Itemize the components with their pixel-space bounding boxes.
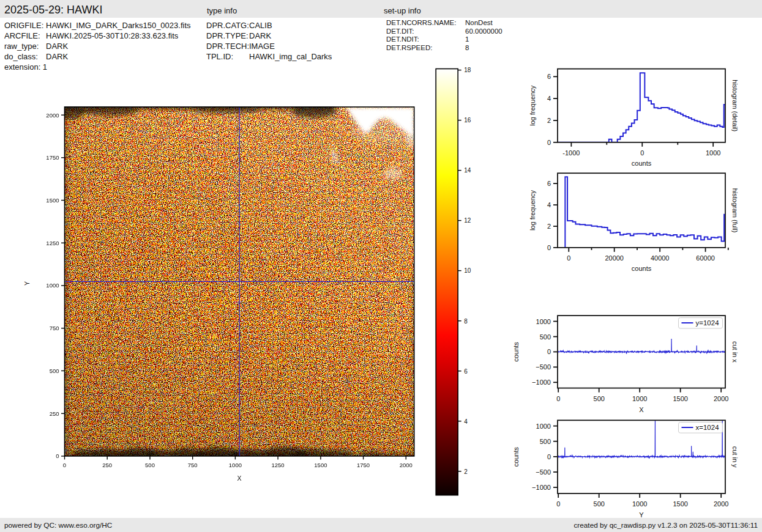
svg-text:log frequency: log frequency (529, 85, 536, 126)
svg-text:6: 6 (547, 73, 551, 80)
svg-text:750: 750 (188, 462, 198, 468)
svg-text:-1000: -1000 (562, 149, 580, 157)
svg-text:1750: 1750 (357, 462, 370, 468)
svg-text:counts: counts (632, 265, 652, 272)
svg-text:1000: 1000 (632, 500, 647, 508)
svg-text:6: 6 (547, 180, 551, 187)
svg-text:10: 10 (464, 267, 471, 274)
svg-text:y=1024: y=1024 (696, 319, 720, 327)
svg-text:1500: 1500 (673, 395, 687, 402)
svg-text:0: 0 (640, 149, 644, 157)
svg-text:cut in y: cut in y (731, 446, 739, 468)
svg-text:2: 2 (547, 117, 551, 124)
svg-text:2000: 2000 (714, 395, 728, 402)
svg-text:500: 500 (594, 395, 605, 402)
svg-text:2: 2 (547, 223, 551, 230)
svg-text:0: 0 (547, 244, 551, 251)
svg-text:4: 4 (547, 201, 551, 209)
svg-text:1000: 1000 (632, 395, 647, 402)
svg-text:counts: counts (512, 446, 520, 467)
svg-text:cut in x: cut in x (731, 341, 739, 363)
svg-text:counts: counts (512, 342, 520, 362)
svg-text:x=1024: x=1024 (696, 424, 720, 431)
svg-text:0: 0 (556, 500, 560, 508)
svg-text:0: 0 (547, 139, 551, 146)
svg-text:500: 500 (594, 500, 605, 508)
svg-text:log frequency: log frequency (529, 190, 536, 231)
svg-text:2000: 2000 (400, 462, 413, 468)
svg-text:8: 8 (464, 318, 468, 325)
svg-text:20000: 20000 (605, 254, 624, 262)
svg-text:500: 500 (540, 333, 551, 341)
svg-text:1000: 1000 (706, 149, 720, 157)
svg-text:250: 250 (50, 410, 59, 417)
svg-text:40000: 40000 (651, 254, 670, 262)
svg-text:1000: 1000 (229, 462, 242, 468)
svg-text:6: 6 (464, 368, 468, 375)
svg-text:250: 250 (102, 462, 112, 468)
svg-text:1250: 1250 (46, 240, 59, 246)
svg-text:750: 750 (50, 325, 59, 331)
svg-text:12: 12 (464, 217, 471, 224)
svg-text:0: 0 (56, 453, 59, 459)
svg-text:2: 2 (464, 468, 468, 475)
svg-text:−1000: −1000 (532, 484, 551, 491)
svg-text:1000: 1000 (536, 423, 551, 430)
svg-text:−1000: −1000 (532, 379, 551, 386)
svg-text:2000: 2000 (714, 500, 728, 508)
svg-text:16: 16 (464, 117, 471, 124)
svg-text:0: 0 (63, 462, 66, 468)
svg-text:1000: 1000 (46, 282, 59, 289)
svg-text:60000: 60000 (696, 254, 715, 262)
svg-text:Y: Y (24, 281, 31, 286)
svg-text:4: 4 (464, 418, 468, 425)
svg-text:1500: 1500 (314, 462, 327, 468)
svg-text:1500: 1500 (673, 500, 687, 508)
svg-text:−500: −500 (536, 363, 551, 371)
svg-text:500: 500 (50, 368, 59, 374)
svg-text:counts: counts (632, 160, 652, 167)
svg-text:1500: 1500 (46, 197, 59, 204)
svg-text:histogram (detail): histogram (detail) (731, 79, 739, 131)
svg-text:4: 4 (547, 95, 551, 102)
svg-text:1000: 1000 (536, 318, 551, 325)
svg-text:X: X (237, 475, 242, 482)
svg-text:14: 14 (464, 167, 471, 174)
svg-text:0: 0 (567, 254, 570, 262)
svg-text:0: 0 (547, 348, 551, 355)
svg-text:histogram (full): histogram (full) (731, 188, 739, 233)
svg-text:1750: 1750 (46, 154, 59, 161)
svg-text:18: 18 (464, 67, 471, 73)
svg-text:500: 500 (540, 438, 551, 445)
svg-text:0: 0 (547, 453, 551, 460)
svg-text:1250: 1250 (272, 462, 285, 468)
svg-text:−500: −500 (536, 468, 551, 476)
svg-text:2000: 2000 (46, 112, 59, 119)
svg-text:0: 0 (556, 395, 560, 402)
svg-text:500: 500 (145, 462, 155, 468)
svg-text:X: X (639, 406, 644, 413)
